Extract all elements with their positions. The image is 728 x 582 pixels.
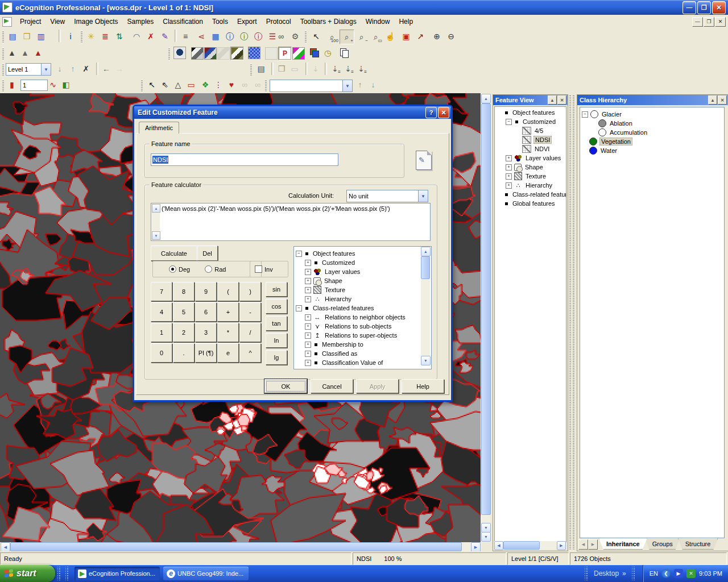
dlg-tree-thumb[interactable] [421, 256, 430, 279]
help-button[interactable]: Help [402, 379, 444, 393]
pan-hand-button[interactable]: ☝ [383, 30, 397, 43]
expr-scroll-up-icon[interactable]: ▲ [152, 204, 160, 213]
edit-layer-mix-button[interactable]: ▲ [32, 47, 44, 59]
multiresolution-segmentation-button[interactable]: ✳ [84, 30, 98, 43]
tree-item-global-features[interactable]: Global features [495, 199, 566, 208]
key-1[interactable]: 1 [151, 323, 172, 342]
tabs-scroll-left-icon[interactable]: ◀ [578, 539, 588, 550]
delete-levels-button[interactable]: ✗ [80, 63, 92, 75]
plus-expander-icon[interactable]: + [506, 155, 512, 161]
tree-item-class-related-features[interactable]: −Class-related features [294, 304, 431, 313]
globe-view-button[interactable] [173, 47, 186, 59]
tree-item-classification-value-of[interactable]: +Classification Value of [294, 358, 431, 367]
key-4[interactable]: 4 [151, 302, 172, 322]
tree-item-hierarchy[interactable]: +∴Hierarchy [495, 181, 566, 190]
pixel-object-view-button[interactable] [248, 47, 260, 59]
assign-class-button[interactable]: ♥ [225, 78, 238, 91]
update-tray-icon[interactable]: ✕ [686, 569, 696, 578]
rad-radio[interactable]: Rad [205, 265, 226, 273]
tab-arithmetic[interactable]: Arithmetic [139, 122, 179, 134]
tab-inheritance[interactable]: Inheritance [599, 538, 647, 550]
dialog-help-button[interactable]: ? [425, 107, 437, 118]
tools-button[interactable]: ⚙ [288, 30, 302, 43]
task-ecognition[interactable]: ▶ eCognition Profession... [75, 567, 160, 580]
segmentation-settings-button[interactable]: ≣ [98, 30, 112, 43]
tree-item-4-5[interactable]: 4/5 [495, 126, 566, 135]
mdi-restore-button[interactable]: ❐ [704, 17, 714, 27]
minus-expander-icon[interactable]: − [506, 119, 512, 125]
key-8[interactable]: 8 [173, 282, 195, 301]
tree-item-hierarchy[interactable]: +∴Hierarchy [294, 294, 431, 304]
select-single-button[interactable]: ↖ [146, 78, 158, 91]
level-down-button[interactable]: ↓ [53, 63, 66, 75]
feature-info-red-button[interactable]: ⓘ [251, 30, 265, 43]
key-3[interactable]: 3 [195, 323, 217, 342]
histogram-view-button[interactable]: ∿ [47, 78, 59, 91]
copy-view-button[interactable] [338, 47, 350, 59]
tree-item-shape[interactable]: +Shape [495, 163, 566, 172]
tree-item-texture[interactable]: +Texture [294, 285, 431, 294]
class-filter-down-button[interactable]: ↓ [367, 78, 379, 91]
full-extent-button[interactable]: ▣ [399, 30, 413, 43]
key-e[interactable]: e [217, 343, 239, 363]
minus-expander-icon[interactable]: − [582, 111, 588, 118]
desktop-toolbar[interactable]: Desktop » [582, 567, 638, 580]
key-2[interactable]: 2 [173, 323, 195, 342]
key--[interactable]: / [239, 323, 261, 342]
feature-name-input[interactable]: NDSI [151, 153, 338, 166]
dialog-tree-scrollbar[interactable]: ▲ ▼ [421, 247, 430, 365]
single-layer-view-button[interactable]: ▲ [6, 47, 18, 59]
zoom-100-button[interactable]: ⌕100 [325, 30, 339, 44]
key-6[interactable]: 6 [195, 302, 217, 322]
key-0[interactable]: 0 [151, 343, 172, 363]
zoom-out-button[interactable]: ⌕− [355, 30, 369, 44]
select-rectangle-button[interactable]: ▭ [185, 78, 197, 91]
minus-expander-icon[interactable]: − [296, 251, 302, 257]
tabs-scroll-right-icon[interactable]: ▶ [588, 539, 598, 550]
layer-mix-bw-button[interactable] [191, 47, 204, 60]
tree-item-layer-values[interactable]: +Layer values [294, 267, 431, 276]
tree-item-ndsi[interactable]: NDSI [495, 135, 566, 144]
image-object-information-button[interactable]: ▦ [209, 30, 222, 43]
deg-radio-icon[interactable] [169, 265, 176, 273]
deg-radio[interactable]: Deg [169, 265, 190, 273]
menu-classification[interactable]: Classification [158, 16, 208, 27]
key-tan[interactable]: tan [266, 316, 287, 331]
minimize-button[interactable]: — [682, 1, 696, 14]
tree-item-object-features[interactable]: −Object features [294, 249, 431, 258]
horizontal-scroll-thumb[interactable] [10, 542, 462, 551]
ok-button[interactable]: OK [264, 379, 307, 393]
plus-expander-icon[interactable]: + [305, 260, 311, 266]
dlg-tree-up-icon[interactable]: ▲ [421, 247, 431, 256]
key--[interactable]: - [239, 302, 261, 322]
fit-to-window-button[interactable]: ↗ [413, 30, 427, 43]
key--[interactable]: ( [217, 282, 239, 301]
menu-tools[interactable]: Tools [208, 16, 233, 27]
expr-scroll-down-icon[interactable]: ▼ [152, 231, 160, 240]
key--[interactable]: ) [239, 282, 261, 301]
tree-item-membership-to[interactable]: +Membership to [294, 340, 431, 349]
delete-level-button[interactable]: ✗ [144, 30, 158, 43]
plus-expander-icon[interactable]: + [305, 269, 311, 275]
previous-view-button[interactable]: ← [100, 63, 113, 75]
zoom-in-button[interactable]: ⌕+ [340, 30, 354, 44]
vertical-scroll-thumb[interactable] [481, 103, 491, 515]
minus-expander-icon[interactable]: − [296, 305, 302, 311]
compare-layers-button[interactable]: ▮ [6, 78, 18, 91]
open-project-button[interactable]: ❒ [20, 30, 34, 43]
tree-item-relations-to-neighbor-objects[interactable]: +↔Relations to neighbor objects [294, 313, 431, 322]
load-class-hierarchy-button[interactable]: ❒ [275, 63, 288, 75]
plus-expander-icon[interactable]: + [305, 296, 311, 302]
list-features-button[interactable]: ⇣≡ [342, 63, 354, 75]
layer-mix-view-button[interactable]: ▲ [19, 47, 31, 59]
key-lg[interactable]: lg [266, 350, 287, 365]
layer-equalization-button[interactable]: ◧ [60, 78, 72, 91]
key-5[interactable]: 5 [173, 302, 195, 322]
level-select-arrow-icon[interactable]: ▼ [41, 64, 51, 75]
classify-brush-button[interactable]: ✎ [158, 30, 172, 43]
language-indicator[interactable]: EN [650, 570, 658, 577]
menu-toolbars-dialogs[interactable]: Toolbars + Dialogs [296, 16, 361, 27]
layer-stack-button[interactable] [308, 47, 321, 59]
menu-protocol[interactable]: Protocol [262, 16, 296, 27]
key-7[interactable]: 7 [151, 282, 172, 301]
